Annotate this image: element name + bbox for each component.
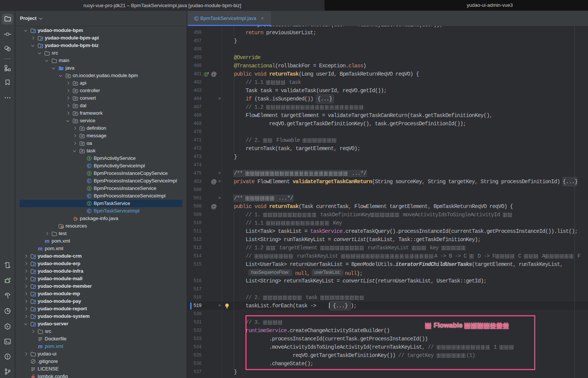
svg-text:?: ?	[8, 48, 10, 51]
svg-text:m: m	[45, 238, 49, 244]
svg-text:m: m	[38, 246, 42, 252]
svg-text:m: m	[38, 343, 42, 349]
